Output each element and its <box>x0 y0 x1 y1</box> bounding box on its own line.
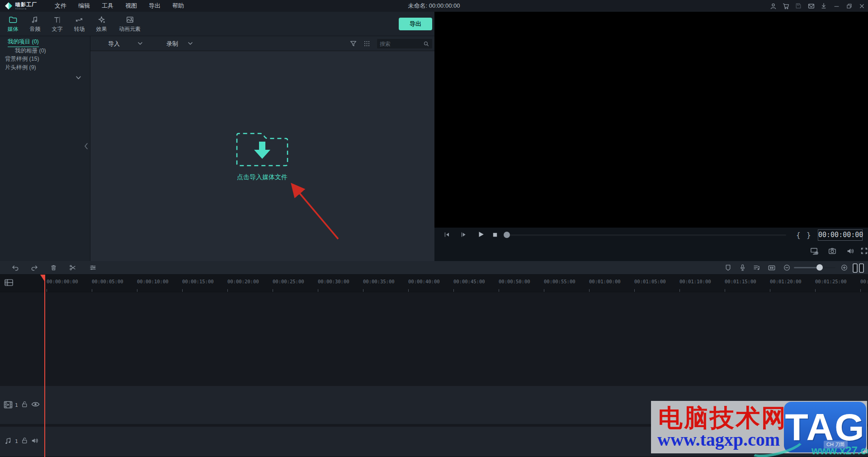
filmora-app-window: 喵影工厂 filmora 文件 编辑 工具 视图 导出 帮助 未命名: 00:0… <box>0 0 868 457</box>
menu-tools[interactable]: 工具 <box>96 0 119 12</box>
tab-label: 效果 <box>96 25 107 33</box>
titlebar: 喵影工厂 filmora 文件 编辑 工具 视图 导出 帮助 未命名: 00:0… <box>0 0 868 12</box>
search-input[interactable] <box>377 41 423 47</box>
ruler-label: 00:00:10:00 <box>137 279 169 284</box>
volume-icon[interactable] <box>846 247 855 256</box>
account-icon[interactable] <box>767 0 779 12</box>
snapshot-camera-icon[interactable] <box>828 247 837 256</box>
audio-mixer-icon[interactable] <box>753 264 760 271</box>
video-track-lock-icon[interactable] <box>21 400 28 408</box>
music-icon <box>31 15 39 24</box>
playhead-marker[interactable] <box>40 275 44 281</box>
import-chevron-down-icon[interactable] <box>138 42 142 45</box>
audio-track-icon <box>5 437 12 445</box>
seek-bar[interactable] <box>509 234 786 236</box>
audio-track-lock-icon[interactable] <box>21 437 28 444</box>
transition-icon <box>75 15 84 24</box>
save-icon[interactable] <box>792 0 805 12</box>
sidebar-item-my-project[interactable]: 我的项目 (0) <box>8 38 39 47</box>
tab-label: 转场 <box>74 25 85 33</box>
mark-in-button[interactable]: { <box>796 231 801 239</box>
media-panel: 导入 录制 <box>90 36 434 261</box>
menu-help[interactable]: 帮助 <box>166 0 190 12</box>
display-settings-icon[interactable] <box>810 246 819 256</box>
search-icon[interactable] <box>423 41 432 47</box>
panel-layout-toggle[interactable] <box>853 263 864 275</box>
ruler-label: 00:00:05:00 <box>92 279 123 284</box>
ruler-tick <box>589 289 590 292</box>
collapse-panel-icon[interactable] <box>84 142 88 150</box>
effects-icon <box>97 15 106 24</box>
download-icon[interactable] <box>817 0 830 12</box>
tab-elements[interactable]: 动画元素 <box>113 12 147 36</box>
restore-button[interactable] <box>843 0 855 12</box>
ruler-tick <box>499 289 499 292</box>
chevron-down-icon[interactable] <box>76 76 81 80</box>
redo-icon[interactable] <box>30 264 38 272</box>
video-track-visibility-icon[interactable] <box>31 401 40 408</box>
import-media-dropzone[interactable]: 点击导入媒体文件 <box>233 129 292 186</box>
import-folder-icon <box>236 129 289 167</box>
next-frame-button[interactable] <box>460 231 467 238</box>
sidebar-item-my-album[interactable]: 我的相册 (0) <box>15 47 46 55</box>
export-button[interactable]: 导出 <box>399 18 432 30</box>
import-button[interactable]: 导入 <box>108 40 120 48</box>
ruler-tick <box>634 289 635 292</box>
ruler-tick <box>453 289 454 292</box>
zoom-in-icon[interactable] <box>840 264 848 271</box>
menu-file[interactable]: 文件 <box>49 0 72 12</box>
undo-icon[interactable] <box>11 264 19 272</box>
marker-icon[interactable] <box>724 264 732 271</box>
adjust-settings-icon[interactable] <box>89 264 97 271</box>
ruler-tick <box>860 289 861 292</box>
stop-button[interactable] <box>492 232 498 240</box>
timecode-display: 00:00:00:00 <box>818 229 863 241</box>
menu-view[interactable]: 视图 <box>119 0 143 12</box>
mark-out-button[interactable]: } <box>807 231 811 239</box>
sidebar-item-background-samples[interactable]: 背景样例 (15) <box>5 55 39 63</box>
close-button[interactable] <box>855 0 868 12</box>
timeline-toolbar <box>0 261 868 275</box>
split-scissors-icon[interactable] <box>69 264 76 271</box>
tab-label: 媒体 <box>8 25 19 33</box>
tab-media[interactable]: 媒体 <box>2 12 24 36</box>
previous-frame-button[interactable] <box>443 231 450 238</box>
library-tab-bar: 媒体 音频 文字 转场 效果 动画元素 导出 <box>0 12 434 36</box>
menu-edit[interactable]: 编辑 <box>72 0 96 12</box>
tab-effects[interactable]: 效果 <box>90 12 113 36</box>
fullscreen-icon[interactable] <box>860 247 868 255</box>
timeline-zoom-handle[interactable] <box>816 264 823 271</box>
minimize-button[interactable] <box>830 0 843 12</box>
menu-export[interactable]: 导出 <box>143 0 166 12</box>
tab-audio[interactable]: 音频 <box>24 12 46 36</box>
tab-label: 动画元素 <box>119 25 141 33</box>
audio-track-mute-icon[interactable] <box>31 437 39 444</box>
manage-tracks-icon[interactable] <box>4 278 14 287</box>
ruler-label: 00:00:30:00 <box>318 279 349 284</box>
tab-text[interactable]: 文字 <box>46 12 68 36</box>
record-chevron-down-icon[interactable] <box>188 42 193 45</box>
filter-icon[interactable] <box>349 40 357 48</box>
zoom-out-icon[interactable] <box>783 264 791 271</box>
cart-icon[interactable] <box>779 0 792 12</box>
video-viewport[interactable] <box>434 12 868 228</box>
record-voiceover-icon[interactable] <box>739 264 746 271</box>
ruler-label: 00:01:00:00 <box>589 279 621 284</box>
tab-transitions[interactable]: 转场 <box>68 12 90 36</box>
timeline-ruler[interactable]: 00:00:00:0000:00:05:0000:00:10:0000:00:1… <box>0 275 868 292</box>
ruler-tick <box>318 289 318 292</box>
play-button[interactable] <box>477 230 485 240</box>
mail-icon[interactable] <box>805 0 817 12</box>
record-button[interactable]: 录制 <box>166 40 178 48</box>
fit-timeline-icon[interactable] <box>768 264 776 272</box>
playhead-line[interactable] <box>44 275 45 457</box>
ruler-label: 00:00:20:00 <box>227 279 259 284</box>
seek-handle[interactable] <box>504 232 510 238</box>
ruler-tick <box>273 289 273 292</box>
sidebar-item-intro-samples[interactable]: 片头样例 (9) <box>5 64 36 71</box>
preview-panel: { } 00:00:00:00 <box>434 12 868 261</box>
timeline-zoom-slider[interactable] <box>794 267 835 268</box>
delete-icon[interactable] <box>50 264 57 271</box>
ruler-tick <box>815 289 816 292</box>
grid-view-icon[interactable] <box>363 40 370 49</box>
